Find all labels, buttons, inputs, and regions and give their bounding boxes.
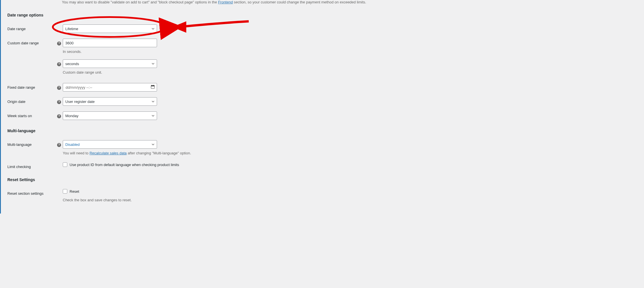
label-reset-section-settings: Reset section settings [7,189,57,196]
reset-checkbox[interactable] [63,189,67,194]
custom-date-range-unit-select[interactable]: seconds [63,59,157,68]
week-starts-on-select[interactable]: Monday [63,111,157,120]
date-range-select-wrap[interactable]: Lifetime [63,24,157,33]
label-week-starts-on: Week starts on [7,111,57,118]
reset-label: Reset [70,189,79,194]
help-icon[interactable]: ? [57,62,61,66]
frontend-link[interactable]: Frontend [218,0,233,4]
intro-text: You may also want to disable "validate o… [62,0,638,4]
fixed-date-range-input[interactable] [63,83,157,92]
help-icon[interactable]: ? [57,100,61,104]
help-icon[interactable]: ? [57,114,61,118]
section-title-date-range-options: Date range options [7,13,638,17]
section-title-multi-language: Multi-language [7,129,638,133]
help-suffix: after changing "Multi-language" option. [127,151,191,155]
label-custom-date-range: Custom date range [7,39,57,45]
limit-checking-label: Use product ID from default language whe… [70,163,179,167]
help-reset: Check the box and save changes to reset. [63,198,638,202]
multi-language-select-wrap[interactable]: Disabled [63,140,157,149]
multi-language-select[interactable]: Disabled [63,140,157,149]
intro-prefix: You may also want to disable "validate o… [62,0,218,4]
label-limit-checking: Limit checking [7,162,57,169]
help-multi-language: You will need to Recalculate sales data … [63,151,638,155]
label-fixed-date-range: Fixed date range [7,83,57,90]
help-custom-date-range-unit: Custom date range unit. [63,70,638,74]
help-prefix: You will need to [63,151,89,155]
limit-checking-checkbox[interactable] [63,162,67,167]
help-icon[interactable]: ? [57,143,61,147]
help-icon[interactable]: ? [57,86,61,90]
origin-date-select-wrap[interactable]: User register date [63,97,157,106]
label-date-range: Date range [7,24,57,31]
help-custom-date-range: In seconds. [63,49,638,54]
origin-date-select[interactable]: User register date [63,97,157,106]
week-starts-on-select-wrap[interactable]: Monday [63,111,157,120]
label-origin-date: Origin date [7,97,57,104]
recalculate-link[interactable]: Recalculate sales data [89,151,127,155]
help-icon[interactable]: ? [57,42,61,45]
label-multi-language: Multi-language [7,140,57,147]
custom-date-range-unit-select-wrap[interactable]: seconds [63,59,157,68]
section-title-reset-settings: Reset Settings [7,177,638,182]
intro-suffix: section, so your customer could change t… [233,0,366,4]
date-range-select[interactable]: Lifetime [63,24,157,33]
custom-date-range-input[interactable] [63,39,157,47]
